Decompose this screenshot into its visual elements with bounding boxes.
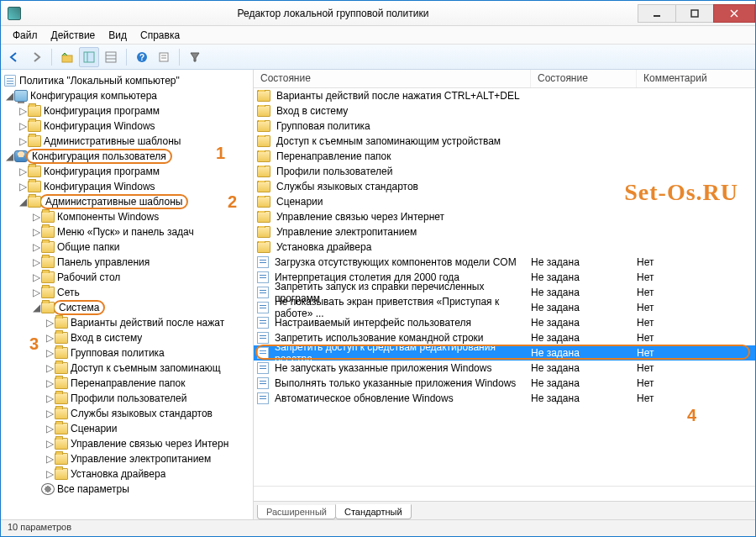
tab-standard[interactable]: Стандартный	[335, 504, 412, 519]
expand-toggle[interactable]: ▷	[45, 408, 55, 419]
up-folder-button[interactable]	[57, 47, 77, 67]
tree-item[interactable]: Общие папки	[57, 241, 119, 253]
list-row[interactable]: Выполнять только указанные приложения Wi…	[254, 376, 755, 391]
expand-toggle[interactable]: ▷	[18, 135, 28, 147]
tree-item[interactable]: Конфигурация программ	[44, 166, 160, 177]
tree-item[interactable]: Варианты действий после нажат	[71, 317, 224, 329]
help-button[interactable]: ?	[132, 47, 152, 67]
expand-toggle[interactable]: ▷	[45, 347, 55, 359]
list-item-state: Не задана	[531, 287, 637, 298]
tree-item[interactable]: Конфигурация Windows	[44, 181, 155, 192]
expand-toggle[interactable]: ◢	[4, 90, 14, 102]
expand-toggle[interactable]: ▷	[45, 377, 55, 389]
tree-item[interactable]: Установка драйвера	[71, 468, 165, 480]
list-body[interactable]: Варианты действий после нажатия CTRL+ALT…	[254, 88, 755, 486]
expand-toggle[interactable]: ▷	[18, 181, 28, 192]
expand-toggle[interactable]: ▷	[18, 120, 28, 132]
tree-item[interactable]: Сценарии	[71, 423, 117, 434]
expand-toggle[interactable]: ▷	[31, 287, 41, 298]
expand-toggle[interactable]: ▷	[31, 271, 41, 283]
tree-item[interactable]: Конфигурация Windows	[44, 120, 155, 132]
minimize-button[interactable]	[638, 4, 676, 23]
tree-item[interactable]: Службы языковых стандартов	[71, 408, 213, 419]
list-row[interactable]: Профили пользователей	[254, 164, 755, 179]
close-button[interactable]	[713, 4, 755, 23]
expand-toggle[interactable]: ▷	[45, 438, 55, 450]
horizontal-scrollbar[interactable]	[254, 486, 755, 501]
list-row[interactable]: Настраиваемый интерфейс пользователяНе з…	[254, 315, 755, 330]
tree-item[interactable]: Управление связью через Интерн	[71, 438, 228, 450]
expand-toggle[interactable]: ▷	[45, 423, 55, 434]
tree-item[interactable]: Сеть	[57, 287, 80, 298]
list-row[interactable]: Перенаправление папок	[254, 149, 755, 164]
list-row[interactable]: Загрузка отсутствующих компонентов модел…	[254, 255, 755, 270]
expand-toggle[interactable]: ▷	[18, 166, 28, 177]
expand-toggle[interactable]: ▷	[31, 211, 41, 223]
properties-button[interactable]	[154, 47, 174, 67]
tree-item[interactable]: Управление электропитанием	[71, 453, 211, 465]
list-row[interactable]: Службы языковых стандартов	[254, 179, 755, 194]
tree-item[interactable]: Административные шаблоны	[44, 135, 181, 147]
tree-item-user-config[interactable]: Конфигурация пользователя	[26, 149, 172, 164]
tree-item-system[interactable]: Система	[53, 300, 105, 315]
tree-item[interactable]: Вход в систему	[71, 332, 142, 344]
expand-toggle[interactable]: ◢	[31, 302, 41, 313]
tree-item[interactable]: Перенаправление папок	[71, 377, 186, 389]
filter-button[interactable]	[185, 47, 205, 67]
expand-toggle[interactable]: ▷	[45, 392, 55, 404]
tree-item[interactable]: Все параметры	[57, 483, 129, 495]
tree-item[interactable]: Конфигурация программ	[44, 105, 160, 117]
expand-toggle[interactable]: ◢	[18, 196, 28, 208]
list-row[interactable]: Запретить доступ к средствам редактирова…	[254, 345, 755, 361]
toolbar: ?	[1, 45, 755, 70]
expand-toggle[interactable]: ▷	[45, 332, 55, 344]
expand-toggle[interactable]: ▷	[45, 453, 55, 465]
list-row[interactable]: Групповая политика	[254, 118, 755, 134]
expand-toggle[interactable]: ▷	[18, 105, 28, 117]
expand-toggle[interactable]: ▷	[31, 241, 41, 253]
tree-item[interactable]: Меню «Пуск» и панель задач	[57, 226, 194, 238]
list-item-state: Не задана	[531, 377, 637, 389]
tree-item[interactable]: Доступ к съемным запоминающ	[71, 362, 221, 374]
setting-icon	[257, 392, 269, 404]
list-row[interactable]: Управление связью через Интернет	[254, 209, 755, 224]
expand-toggle[interactable]: ▷	[31, 256, 41, 268]
tree-item[interactable]: Панель управления	[57, 256, 150, 268]
svg-rect-4	[62, 55, 72, 62]
tree-item[interactable]: Рабочий стол	[57, 271, 120, 283]
expand-toggle[interactable]: ▷	[31, 226, 41, 238]
tab-extended[interactable]: Расширенный	[257, 505, 336, 519]
forward-button[interactable]	[26, 47, 46, 67]
list-row[interactable]: Установка драйвера	[254, 240, 755, 255]
expand-toggle[interactable]: ▷	[45, 468, 55, 480]
menu-file[interactable]: Файл	[6, 28, 45, 43]
tree-item-admin-templates[interactable]: Административные шаблоны	[39, 194, 188, 209]
list-row[interactable]: Управление электропитанием	[254, 224, 755, 240]
list-row[interactable]: Не запускать указанные приложения Window…	[254, 361, 755, 376]
list-row[interactable]: Автоматическое обновление WindowsНе зада…	[254, 391, 755, 406]
expand-toggle[interactable]: ◢	[4, 150, 14, 162]
show-tree-button[interactable]	[79, 47, 99, 67]
column-header-state[interactable]: Состояние	[531, 70, 637, 87]
list-row[interactable]: Сценарии	[254, 194, 755, 209]
list-row[interactable]: Не показывать экран приветствия «Приступ…	[254, 300, 755, 315]
expand-toggle[interactable]: ▷	[45, 317, 55, 329]
tree-item[interactable]: Групповая политика	[71, 347, 165, 359]
expand-toggle[interactable]: ▷	[45, 362, 55, 374]
tree-item[interactable]: Компоненты Windows	[57, 211, 159, 223]
list-row[interactable]: Варианты действий после нажатия CTRL+ALT…	[254, 88, 755, 103]
tree-item[interactable]: Конфигурация компьютера	[30, 90, 157, 102]
back-button[interactable]	[4, 47, 24, 67]
tree-root[interactable]: Политика "Локальный компьютер"	[1, 73, 253, 88]
column-header-comment[interactable]: Комментарий	[637, 70, 755, 87]
menu-action[interactable]: Действие	[45, 28, 102, 43]
maximize-button[interactable]	[675, 4, 714, 23]
folder-icon	[55, 332, 68, 344]
list-view-button[interactable]	[101, 47, 121, 67]
list-row[interactable]: Доступ к съемным запоминающим устройства…	[254, 134, 755, 149]
column-header-name[interactable]: Состояние	[254, 70, 531, 87]
menu-view[interactable]: Вид	[102, 28, 134, 43]
menu-help[interactable]: Справка	[134, 28, 186, 43]
list-row[interactable]: Вход в систему	[254, 103, 755, 118]
tree-item[interactable]: Профили пользователей	[71, 392, 186, 404]
